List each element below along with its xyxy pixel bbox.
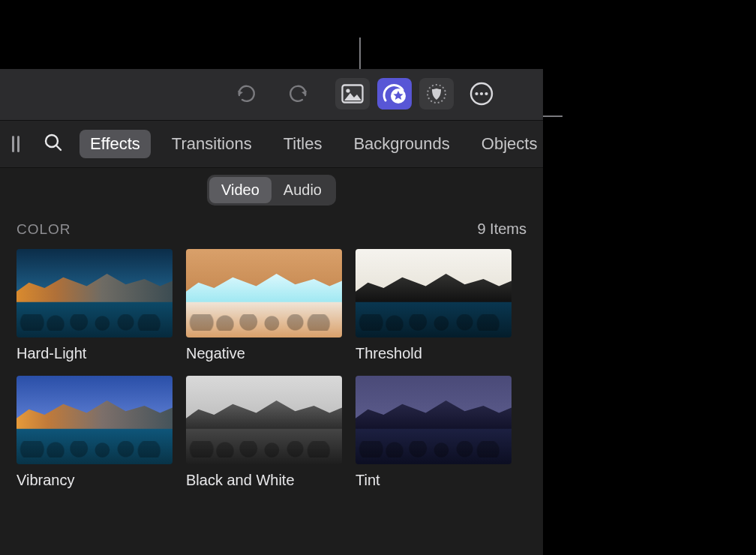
effect-cell[interactable]: Vibrancy: [16, 376, 172, 489]
category-tab-row: EffectsTransitionsTitlesBackgroundsObjec…: [0, 120, 543, 168]
svg-point-5: [475, 92, 478, 95]
svg-point-6: [480, 92, 483, 95]
effect-label: Tint: [356, 472, 512, 489]
effect-cell[interactable]: Threshold: [356, 249, 512, 362]
search-icon: [44, 133, 63, 152]
media-type-segment-wrap: VideoAudio: [0, 166, 543, 213]
tab-transitions[interactable]: Transitions: [161, 130, 262, 158]
effects-browser-button[interactable]: [377, 78, 412, 110]
undo-button[interactable]: [230, 78, 262, 110]
search-button[interactable]: [44, 133, 63, 155]
effects-star-icon: [382, 82, 407, 105]
photo-icon: [341, 84, 364, 104]
effects-browser-panel: EffectsTransitionsTitlesBackgroundsObjec…: [0, 69, 543, 555]
effects-grid: Hard-LightNegativeThresholdVibrancyBlack…: [16, 249, 526, 489]
undo-icon: [235, 82, 257, 105]
top-toolbar: [0, 69, 543, 120]
effect-thumbnail: [186, 376, 342, 464]
tab-effects[interactable]: Effects: [80, 130, 151, 158]
panel-collapse-handle[interactable]: [10, 134, 21, 154]
segment-audio[interactable]: Audio: [272, 177, 334, 203]
effect-thumbnail: [16, 376, 172, 464]
tab-objects[interactable]: Objects: [471, 130, 548, 158]
effect-label: Hard-Light: [16, 345, 172, 362]
svg-line-9: [56, 146, 61, 150]
more-button[interactable]: [466, 78, 497, 110]
redo-icon: [287, 82, 310, 105]
tab-titles[interactable]: Titles: [273, 130, 333, 158]
keyframe-shield-icon: [425, 82, 448, 105]
effect-cell[interactable]: Hard-Light: [16, 249, 172, 362]
effect-label: Vibrancy: [16, 472, 172, 489]
category-tabs: EffectsTransitionsTitlesBackgroundsObjec…: [80, 130, 558, 158]
section-item-count: 9 Items: [477, 220, 526, 238]
section-title: COLOR: [16, 221, 71, 238]
effect-cell[interactable]: Tint: [356, 376, 512, 489]
media-type-segment: VideoAudio: [207, 175, 336, 206]
effect-label: Threshold: [356, 345, 512, 362]
effect-cell[interactable]: Black and White: [186, 376, 342, 489]
media-browser-button[interactable]: [335, 78, 370, 110]
keyframe-button[interactable]: [419, 78, 454, 110]
effect-thumbnail: [356, 376, 512, 464]
effect-cell[interactable]: Negative: [186, 249, 342, 362]
segment-video[interactable]: Video: [209, 177, 272, 203]
effect-label: Black and White: [186, 472, 342, 489]
tab-backgrounds[interactable]: Backgrounds: [343, 130, 460, 158]
ellipsis-circle-icon: [469, 81, 494, 106]
effect-thumbnail: [186, 249, 342, 338]
svg-point-7: [484, 92, 488, 95]
toolbar-button-group: [244, 78, 497, 110]
effect-thumbnail: [356, 249, 512, 338]
section-header: COLOR 9 Items: [16, 220, 526, 238]
effect-label: Negative: [186, 345, 342, 362]
effect-thumbnail: [16, 249, 172, 338]
svg-point-1: [346, 88, 350, 92]
redo-button[interactable]: [283, 78, 314, 110]
